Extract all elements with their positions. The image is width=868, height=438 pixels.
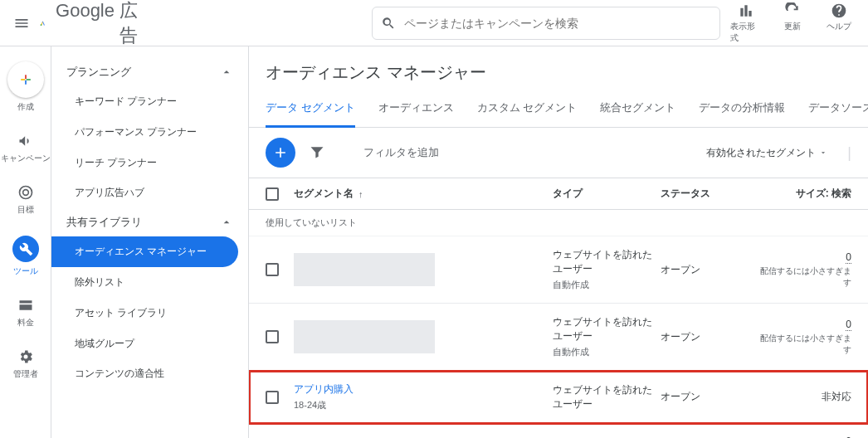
help-button[interactable]: ヘルプ xyxy=(823,2,855,44)
sidebar-item-performance-planner[interactable]: パフォーマンス プランナー xyxy=(51,117,248,148)
rail-billing-label: 料金 xyxy=(17,317,34,328)
column-header-status[interactable]: ステータス xyxy=(661,187,760,201)
svg-point-0 xyxy=(41,24,42,26)
segment-status: オープン xyxy=(661,263,760,277)
select-all-checkbox[interactable] xyxy=(266,187,279,201)
display-mode-label: 表示形式 xyxy=(730,21,762,44)
add-segment-button[interactable] xyxy=(266,138,295,168)
sidebar: プランニング キーワード プランナー パフォーマンス プランナー リーチ プラン… xyxy=(51,46,249,438)
section-unused-list: 使用していないリスト xyxy=(249,210,868,236)
rail-admin-label: 管理者 xyxy=(13,368,38,380)
refresh-icon xyxy=(784,2,801,19)
tab-insights[interactable]: データの分析情報 xyxy=(699,92,785,127)
segment-size: 非対応 xyxy=(760,390,851,404)
segment-status: オープン xyxy=(661,390,760,404)
rail-goals[interactable]: 目標 xyxy=(0,179,51,221)
rail-campaigns[interactable]: キャンペーン xyxy=(0,128,51,169)
table-row[interactable]: 最近のアクティブ ユーザー最近アクティブだったユーザーウェブサイトを訪れたユーザ… xyxy=(249,424,868,438)
sidebar-item-keyword-planner[interactable]: キーワード プランナー xyxy=(51,86,248,117)
row-checkbox[interactable] xyxy=(266,263,279,276)
segment-status: オープン xyxy=(661,330,760,344)
card-icon xyxy=(17,297,34,314)
rail-tools-label: ツール xyxy=(13,265,38,277)
target-icon xyxy=(17,184,34,201)
column-header-size[interactable]: サイズ: 検索 xyxy=(760,187,851,201)
refresh-label: 更新 xyxy=(784,21,801,32)
sidebar-item-region-groups[interactable]: 地域グループ xyxy=(51,328,248,359)
page-title: オーディエンス マネージャー xyxy=(249,46,868,92)
segment-size: 0配信するには小さすぎます xyxy=(760,319,851,356)
logo-text: Google 広告 xyxy=(56,0,138,48)
sidebar-item-audience-manager[interactable]: オーディエンス マネージャー xyxy=(51,236,238,267)
table-row[interactable]: アプリ内購入18-24歳ウェブサイトを訪れたユーザーオープン非対応 xyxy=(249,371,868,424)
rail-billing[interactable]: 料金 xyxy=(0,292,51,333)
display-mode-button[interactable]: 表示形式 xyxy=(730,2,762,44)
segment-size: 0配信するには小さすぎます xyxy=(760,251,851,289)
search-icon xyxy=(381,16,396,31)
sidebar-section-shared-label: 共有ライブラリ xyxy=(66,215,142,230)
segment-type: ウェブサイトを訪れたユーザー自動作成 xyxy=(553,248,661,291)
wrench-icon xyxy=(17,241,34,257)
plus-icon xyxy=(17,71,34,88)
rail-create-label: 作成 xyxy=(17,101,34,113)
column-header-name-label: セグメント名 xyxy=(294,187,354,201)
add-filter-label[interactable]: フィルタを追加 xyxy=(363,145,439,160)
column-header-name[interactable]: セグメント名 ↑ xyxy=(294,187,553,201)
segment-type: ウェブサイトを訪れたユーザー自動作成 xyxy=(553,315,661,358)
filter-icon xyxy=(309,144,325,160)
segment-view-dropdown[interactable]: 有効化されたセグメント xyxy=(706,146,827,160)
row-checkbox[interactable] xyxy=(266,330,279,343)
sidebar-section-planning[interactable]: プランニング xyxy=(51,58,248,86)
gear-icon xyxy=(17,348,34,365)
logo-product: 広告 xyxy=(119,0,138,48)
plus-icon xyxy=(272,144,289,161)
tab-combined-segments[interactable]: 統合セグメント xyxy=(600,92,675,127)
sidebar-item-app-ads-hub[interactable]: アプリ広告ハブ xyxy=(51,178,248,208)
tab-custom-segments[interactable]: カスタム セグメント xyxy=(477,92,578,127)
rail-goals-label: 目標 xyxy=(17,204,34,216)
left-rail: 作成 キャンペーン 目標 ツール 料金 管理者 xyxy=(0,46,51,438)
rail-tools[interactable]: ツール xyxy=(0,231,51,282)
sort-ascending-icon: ↑ xyxy=(358,189,363,199)
tab-audiences[interactable]: オーディエンス xyxy=(378,92,454,127)
rail-admin[interactable]: 管理者 xyxy=(0,343,51,385)
segment-subtext: 18-24歳 xyxy=(294,399,553,411)
google-ads-logo-icon xyxy=(40,14,46,32)
filter-button[interactable] xyxy=(309,144,325,163)
help-label: ヘルプ xyxy=(827,21,851,32)
column-header-type[interactable]: タイプ xyxy=(553,187,661,201)
logo-brand: Google xyxy=(56,0,115,22)
table-row[interactable]: ウェブサイトを訪れたユーザー自動作成オープン0配信するには小さすぎます xyxy=(249,304,868,371)
caret-down-icon xyxy=(819,148,827,157)
separator: | xyxy=(847,144,851,162)
sidebar-item-reach-planner[interactable]: リーチ プランナー xyxy=(51,148,248,178)
hamburger-menu-icon[interactable] xyxy=(13,13,30,33)
sidebar-section-planning-label: プランニング xyxy=(66,65,131,80)
tab-data-sources[interactable]: データソース xyxy=(808,92,868,127)
help-icon xyxy=(831,2,847,19)
sidebar-item-content-suitability[interactable]: コンテンツの適合性 xyxy=(51,358,248,389)
segment-type: ウェブサイトを訪れたユーザー xyxy=(553,383,661,411)
redacted-placeholder xyxy=(294,320,435,353)
rail-campaigns-label: キャンペーン xyxy=(1,153,51,164)
search-box[interactable] xyxy=(372,7,720,40)
rail-create[interactable]: 作成 xyxy=(0,56,51,118)
chevron-up-icon xyxy=(220,216,233,229)
bar-chart-icon xyxy=(738,2,754,19)
sidebar-section-shared[interactable]: 共有ライブラリ xyxy=(51,208,248,236)
sidebar-item-exclusion-lists[interactable]: 除外リスト xyxy=(51,267,248,298)
refresh-button[interactable]: 更新 xyxy=(777,2,808,44)
segment-name-link[interactable]: アプリ内購入 xyxy=(294,382,553,397)
segment-view-dropdown-label: 有効化されたセグメント xyxy=(706,146,816,160)
table-row[interactable]: ウェブサイトを訪れたユーザー自動作成オープン0配信するには小さすぎます xyxy=(249,236,868,304)
sidebar-item-asset-library[interactable]: アセット ライブラリ xyxy=(51,298,248,328)
tab-data-segments[interactable]: データ セグメント xyxy=(266,92,355,128)
chevron-up-icon xyxy=(220,66,233,79)
redacted-placeholder xyxy=(294,253,435,286)
search-input[interactable] xyxy=(404,17,711,30)
row-checkbox[interactable] xyxy=(266,391,279,404)
megaphone-icon xyxy=(17,133,34,149)
tabs: データ セグメント オーディエンス カスタム セグメント 統合セグメント データ… xyxy=(249,92,868,128)
